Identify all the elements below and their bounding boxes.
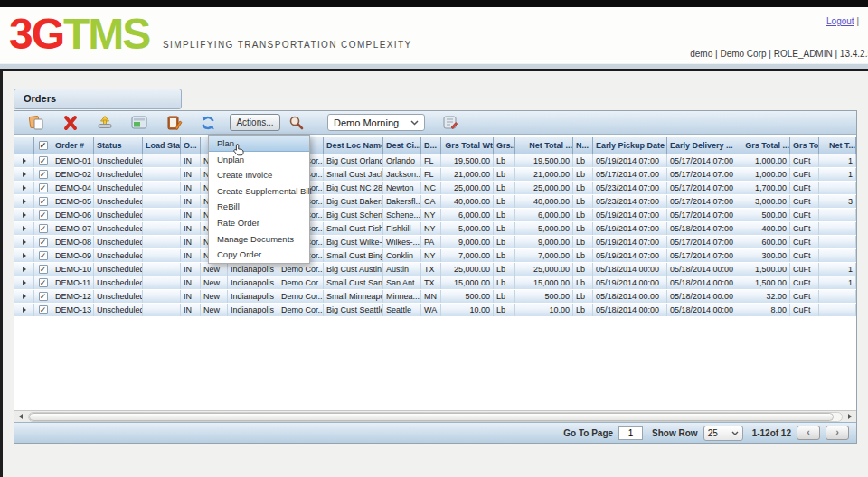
scroll-right-icon[interactable] bbox=[844, 411, 856, 423]
row-checkbox[interactable]: ✓ bbox=[34, 209, 52, 221]
row-checkbox[interactable]: ✓ bbox=[34, 236, 52, 248]
scrollbar-track[interactable] bbox=[28, 412, 843, 422]
checkbox-icon[interactable]: ✓ bbox=[39, 292, 48, 301]
checkbox-icon[interactable]: ✓ bbox=[39, 156, 48, 165]
table-row[interactable]: ✓DEMO-11UnscheduledINNewIndianapolisDemo… bbox=[14, 276, 856, 290]
table-row[interactable]: ✓DEMO-05UnscheduledINNewIndianapolisDemo… bbox=[14, 195, 856, 209]
row-expand-icon[interactable] bbox=[14, 209, 34, 221]
cell: NC bbox=[421, 182, 441, 194]
row-expand-icon[interactable] bbox=[14, 168, 34, 181]
menu-item-manage-documents[interactable]: Manage Documents bbox=[209, 231, 309, 248]
column-header[interactable]: Early Pickup Date bbox=[593, 137, 667, 154]
table-row[interactable]: ✓DEMO-02UnscheduledINNewIndianapolisDemo… bbox=[14, 168, 856, 182]
column-header[interactable]: Grs... bbox=[494, 137, 515, 154]
row-expand-icon[interactable] bbox=[14, 290, 34, 303]
menu-item-rate-order[interactable]: Rate Order bbox=[209, 215, 309, 231]
checkbox-icon[interactable]: ✓ bbox=[39, 265, 48, 274]
actions-button[interactable]: Actions... bbox=[230, 114, 280, 131]
table-row[interactable]: ✓DEMO-12UnscheduledINNewIndianapolisDemo… bbox=[14, 290, 856, 304]
column-header[interactable]: Grs Total Wt bbox=[441, 137, 494, 154]
report-icon[interactable] bbox=[165, 114, 183, 132]
column-header[interactable]: O... bbox=[181, 137, 201, 154]
scroll-left-icon[interactable] bbox=[14, 411, 27, 423]
logout-link[interactable]: Logout bbox=[826, 16, 854, 26]
search-icon[interactable] bbox=[288, 114, 306, 132]
prev-page-button[interactable]: ‹ bbox=[797, 426, 820, 440]
table-row[interactable]: ✓DEMO-10UnscheduledINNewIndianapolisDemo… bbox=[14, 263, 856, 276]
menu-item-copy-order[interactable]: Copy Order bbox=[209, 247, 309, 263]
table-row[interactable]: ✓DEMO-09UnscheduledINNewIndianapolisDemo… bbox=[14, 249, 856, 263]
view-select[interactable]: Demo Morning bbox=[327, 114, 425, 131]
saved-search-icon[interactable] bbox=[441, 114, 459, 132]
menu-item-plan[interactable]: Plan bbox=[209, 136, 309, 152]
menu-item-create-invoice[interactable]: Create Invoice bbox=[209, 167, 309, 183]
row-expand-icon[interactable] bbox=[14, 222, 34, 235]
column-header[interactable]: D... bbox=[421, 137, 441, 154]
table-row[interactable]: ✓DEMO-08UnscheduledINNewIndianapolisDemo… bbox=[14, 236, 856, 249]
column-header[interactable]: Grs Total ... bbox=[790, 137, 819, 154]
column-header[interactable]: Status bbox=[94, 137, 143, 154]
row-checkbox[interactable]: ✓ bbox=[34, 290, 52, 303]
checkbox-icon[interactable]: ✓ bbox=[39, 251, 48, 260]
table-row[interactable]: ✓DEMO-06UnscheduledINNewIndianapolisDemo… bbox=[14, 209, 856, 222]
scrollbar-thumb[interactable] bbox=[29, 413, 834, 421]
column-header[interactable]: Load Stat... bbox=[143, 137, 181, 154]
column-header[interactable]: Net T... bbox=[819, 137, 856, 154]
row-expand-icon[interactable] bbox=[14, 304, 34, 316]
checkbox-icon[interactable]: ✓ bbox=[39, 238, 48, 247]
row-expand-icon[interactable] bbox=[14, 182, 34, 194]
row-checkbox[interactable]: ✓ bbox=[34, 182, 52, 194]
row-checkbox[interactable]: ✓ bbox=[34, 276, 52, 289]
checkbox-icon[interactable]: ✓ bbox=[39, 183, 48, 192]
row-expand-icon[interactable] bbox=[14, 263, 34, 276]
menu-item-create-supplemental-bill[interactable]: Create Supplemental Bill bbox=[209, 183, 309, 200]
column-header[interactable]: N... bbox=[573, 137, 593, 154]
delete-icon[interactable] bbox=[61, 114, 80, 132]
copy-icon[interactable] bbox=[27, 114, 45, 132]
checkbox-icon[interactable]: ✓ bbox=[39, 224, 48, 233]
row-checkbox[interactable]: ✓ bbox=[34, 195, 52, 208]
table-row[interactable]: ✓DEMO-07UnscheduledINNewIndianapolisDemo… bbox=[14, 222, 856, 236]
checkbox-icon[interactable]: ✓ bbox=[39, 210, 48, 220]
column-header[interactable]: Grs Total ... bbox=[741, 137, 790, 154]
show-row-select[interactable]: 25 bbox=[703, 426, 743, 441]
horizontal-scrollbar[interactable] bbox=[14, 410, 856, 422]
cell: Big Cust Orlando bbox=[324, 154, 383, 167]
column-header[interactable]: Dest Loc Name bbox=[324, 137, 383, 154]
cell: 05/19/2014 00:00 bbox=[593, 276, 667, 289]
tab-orders[interactable]: Orders bbox=[14, 89, 182, 109]
row-checkbox[interactable]: ✓ bbox=[34, 304, 52, 316]
row-expand-icon[interactable] bbox=[14, 249, 34, 262]
screen-icon[interactable] bbox=[130, 114, 148, 132]
table-row[interactable]: ✓DEMO-13UnscheduledINNewIndianapolisDemo… bbox=[14, 304, 856, 317]
column-header[interactable]: Early Delivery ... bbox=[667, 137, 741, 154]
row-checkbox[interactable]: ✓ bbox=[34, 168, 52, 181]
next-page-button[interactable]: › bbox=[826, 426, 849, 440]
upload-icon[interactable] bbox=[96, 114, 114, 132]
row-checkbox[interactable]: ✓ bbox=[34, 222, 52, 235]
menu-item-unplan[interactable]: Unplan bbox=[209, 152, 309, 168]
cell: IN bbox=[181, 209, 201, 221]
table-row[interactable]: ✓DEMO-04UnscheduledINNewIndianapolisDemo… bbox=[14, 182, 856, 195]
column-header[interactable]: Net Total ... bbox=[515, 137, 573, 154]
checkbox-icon[interactable]: ✓ bbox=[39, 141, 48, 150]
refresh-icon[interactable] bbox=[199, 114, 217, 132]
menu-item-rebill[interactable]: ReBill bbox=[209, 199, 309, 215]
select-all-checkbox[interactable]: ✓ bbox=[34, 137, 52, 154]
row-checkbox[interactable]: ✓ bbox=[34, 154, 52, 167]
table-row[interactable]: ✓DEMO-01UnscheduledINNewIndianapolisDemo… bbox=[14, 154, 856, 168]
cell: IN bbox=[181, 236, 201, 248]
row-expand-icon[interactable] bbox=[14, 195, 34, 208]
row-checkbox[interactable]: ✓ bbox=[34, 263, 52, 276]
column-header[interactable]: Order # bbox=[52, 137, 94, 154]
checkbox-icon[interactable]: ✓ bbox=[39, 170, 48, 179]
page-number-input[interactable] bbox=[618, 426, 643, 440]
row-expand-icon[interactable] bbox=[14, 276, 34, 289]
checkbox-icon[interactable]: ✓ bbox=[39, 197, 48, 206]
column-header[interactable]: Dest Ci... bbox=[383, 137, 421, 154]
checkbox-icon[interactable]: ✓ bbox=[39, 278, 48, 287]
row-expand-icon[interactable] bbox=[14, 236, 34, 248]
checkbox-icon[interactable]: ✓ bbox=[39, 305, 48, 314]
row-checkbox[interactable]: ✓ bbox=[34, 249, 52, 262]
row-expand-icon[interactable] bbox=[14, 154, 34, 167]
